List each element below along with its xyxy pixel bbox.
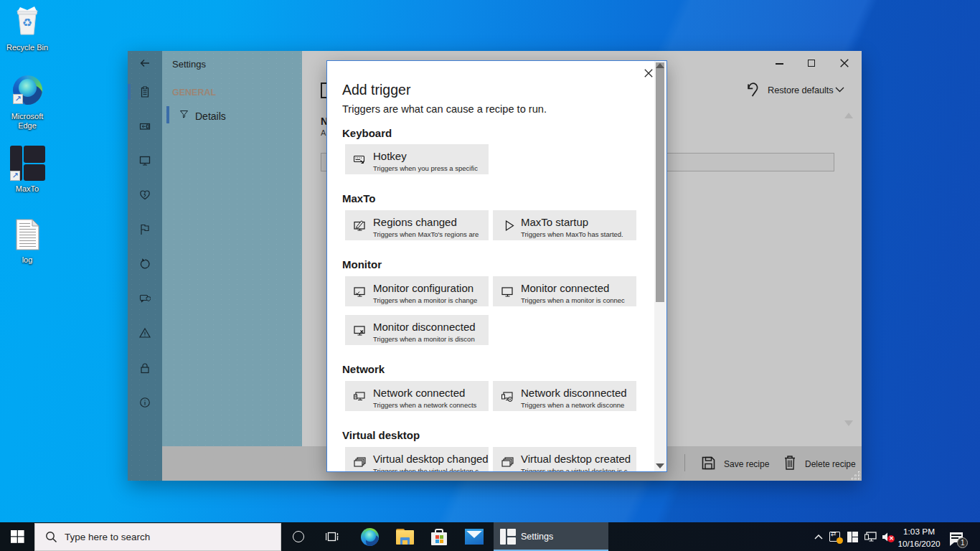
svg-text:♻: ♻ — [22, 17, 32, 29]
